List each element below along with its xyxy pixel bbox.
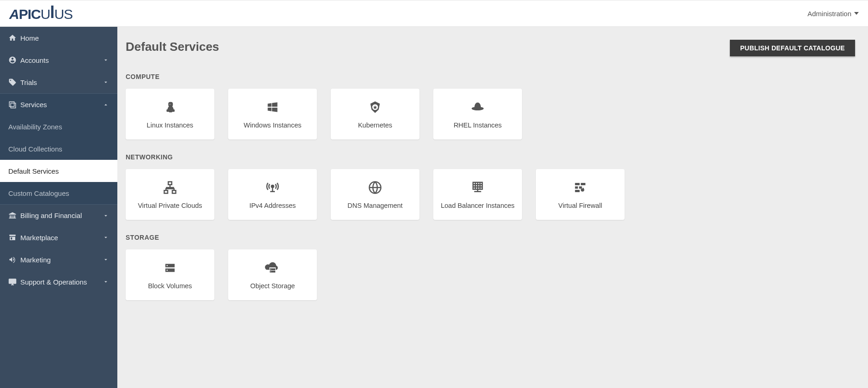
sidebar-item-label: Accounts <box>20 56 103 64</box>
sidebar-item-label: Marketing <box>20 256 103 264</box>
svg-rect-1 <box>11 103 16 108</box>
page-header: Default Services PUBLISH DEFAULT CATALOG… <box>126 40 855 56</box>
card-ipv4[interactable]: IPv4 Addresses <box>228 169 317 220</box>
storage-icon <box>162 260 178 276</box>
sidebar-item-billing[interactable]: Billing and Financial <box>0 204 117 226</box>
sidebar-item-marketplace[interactable]: Marketplace <box>0 226 117 249</box>
chevron-down-icon <box>103 234 109 241</box>
card-row-compute: Linux Instances Windows Instances Kubern… <box>126 89 855 139</box>
card-rhel-instances[interactable]: RHEL Instances <box>433 89 522 139</box>
svg-rect-0 <box>9 102 14 107</box>
sidebar-sub-availability-zones[interactable]: Availability Zones <box>0 115 117 138</box>
rhel-hat-icon <box>470 99 486 115</box>
card-label: Virtual Firewall <box>558 202 602 209</box>
sidebar-sub-cloud-collections[interactable]: Cloud Collections <box>0 138 117 160</box>
windows-icon <box>265 99 280 115</box>
card-linux-instances[interactable]: Linux Instances <box>126 89 214 139</box>
bank-icon <box>8 212 20 220</box>
monitor-icon <box>8 278 20 286</box>
section-title-compute: COMPUTE <box>126 73 855 80</box>
sidebar-sub-label: Custom Catalogues <box>8 189 69 197</box>
card-label: IPv4 Addresses <box>249 202 296 209</box>
card-row-storage: Block Volumes Object Storage <box>126 249 855 300</box>
card-label: RHEL Instances <box>454 121 502 129</box>
card-label: Virtual Private Clouds <box>138 202 202 209</box>
linux-icon <box>162 99 178 115</box>
sidebar-sub-label: Cloud Collections <box>8 145 62 153</box>
card-block-volumes[interactable]: Block Volumes <box>126 249 214 300</box>
home-icon <box>8 34 20 42</box>
load-balancer-icon <box>470 180 486 195</box>
caret-down-icon <box>854 12 859 15</box>
broadcast-icon <box>265 180 280 195</box>
svg-rect-3 <box>164 190 168 193</box>
layers-icon <box>8 101 20 109</box>
chevron-down-icon <box>103 279 109 285</box>
network-icon <box>162 180 178 195</box>
brand-logo: APICUlUS <box>9 5 73 22</box>
sidebar-item-services[interactable]: Services <box>0 93 117 115</box>
kubernetes-icon <box>367 99 383 115</box>
administration-menu[interactable]: Administration <box>807 10 859 18</box>
publish-default-catalogue-button[interactable]: PUBLISH DEFAULT CATALOGUE <box>730 40 855 56</box>
section-title-networking: NETWORKING <box>126 153 855 161</box>
svg-point-5 <box>272 185 274 188</box>
svg-rect-2 <box>168 182 172 185</box>
sidebar-sub-label: Availability Zones <box>8 123 62 131</box>
megaphone-icon <box>8 255 20 264</box>
card-row-networking: Virtual Private Clouds IPv4 Addresses DN… <box>126 169 855 220</box>
globe-icon <box>367 180 383 195</box>
page-title: Default Services <box>126 40 219 54</box>
card-windows-instances[interactable]: Windows Instances <box>228 89 317 139</box>
sidebar-item-home[interactable]: Home <box>0 27 117 49</box>
card-label: Load Balancer Instances <box>441 202 515 209</box>
sidebar-item-label: Marketplace <box>20 234 103 242</box>
chevron-down-icon <box>103 57 109 63</box>
firewall-icon <box>572 180 588 195</box>
topbar: APICUlUS Administration <box>0 0 868 27</box>
sidebar-sub-custom-catalogues[interactable]: Custom Catalogues <box>0 182 117 204</box>
svg-rect-4 <box>172 190 176 193</box>
card-object-storage[interactable]: Object Storage <box>228 249 317 300</box>
card-label: Kubernetes <box>358 121 392 129</box>
cloud-storage-icon <box>265 260 280 276</box>
sidebar-item-trials[interactable]: Trials <box>0 71 117 93</box>
user-circle-icon <box>8 56 20 64</box>
sidebar-item-support[interactable]: Support & Operations <box>0 271 117 293</box>
sidebar-item-marketing[interactable]: Marketing <box>0 249 117 271</box>
section-title-storage: STORAGE <box>126 234 855 241</box>
card-label: Block Volumes <box>148 282 192 290</box>
sidebar-item-label: Billing and Financial <box>20 212 103 219</box>
card-label: Windows Instances <box>244 121 302 129</box>
main-content: Default Services PUBLISH DEFAULT CATALOG… <box>117 27 868 388</box>
card-virtual-firewall[interactable]: Virtual Firewall <box>536 169 625 220</box>
administration-menu-label: Administration <box>807 10 851 18</box>
chevron-up-icon <box>103 102 109 108</box>
sidebar-sub-default-services[interactable]: Default Services <box>0 160 117 182</box>
sidebar-item-accounts[interactable]: Accounts <box>0 49 117 71</box>
sidebar-item-label: Home <box>20 34 109 42</box>
tag-icon <box>8 78 20 86</box>
card-label: Linux Instances <box>147 121 194 129</box>
store-icon <box>8 233 20 242</box>
card-kubernetes[interactable]: Kubernetes <box>331 89 419 139</box>
sidebar-sub-label: Default Services <box>8 167 59 175</box>
sidebar-item-label: Services <box>20 101 103 109</box>
sidebar: Home Accounts Trials <box>0 27 117 388</box>
card-load-balancer[interactable]: Load Balancer Instances <box>433 169 522 220</box>
card-label: Object Storage <box>250 282 295 290</box>
chevron-down-icon <box>103 79 109 85</box>
card-vpc[interactable]: Virtual Private Clouds <box>126 169 214 220</box>
chevron-down-icon <box>103 256 109 263</box>
sidebar-item-label: Support & Operations <box>20 278 103 286</box>
card-label: DNS Management <box>347 202 402 209</box>
chevron-down-icon <box>103 212 109 219</box>
card-dns[interactable]: DNS Management <box>331 169 419 220</box>
sidebar-item-label: Trials <box>20 79 103 86</box>
